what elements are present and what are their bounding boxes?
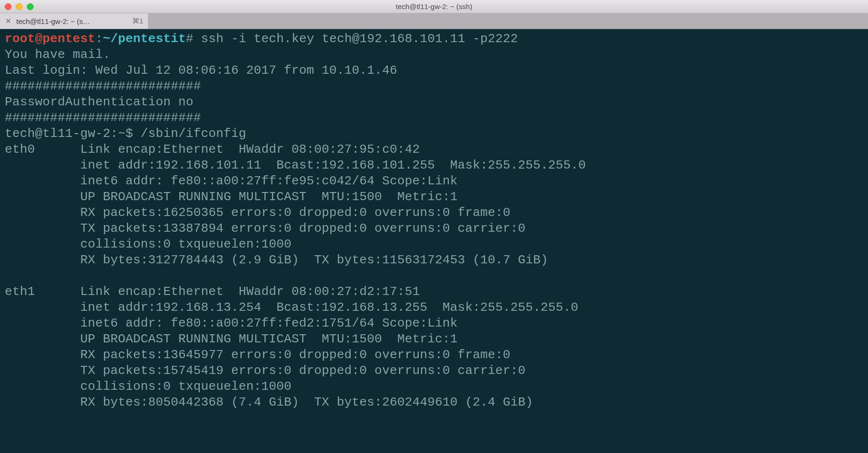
output-line: RX bytes:3127784443 (2.9 GiB) TX bytes:1… <box>5 253 548 267</box>
prompt-user: root@pentest <box>5 32 95 46</box>
prompt-command: ssh -i tech.key tech@192.168.101.11 -p22… <box>194 32 518 46</box>
tab-ssh-session[interactable]: ✕ tech@tl11-gw-2: ~ (s… ⌘1 <box>0 13 148 29</box>
window-title: tech@tl11-gw-2: ~ (ssh) <box>0 2 868 11</box>
output-line: tech@tl11-gw-2:~$ /sbin/ifconfig <box>5 126 246 141</box>
output-line: eth1 Link encap:Ethernet HWaddr 08:00:27… <box>5 284 420 299</box>
output-line: Last login: Wed Jul 12 08:06:16 2017 fro… <box>5 63 397 78</box>
output-line: UP BROADCAST RUNNING MULTICAST MTU:1500 … <box>5 190 457 204</box>
close-tab-icon[interactable]: ✕ <box>5 17 11 25</box>
output-line: PasswordAuthentication no <box>5 95 194 109</box>
prompt-sep: : <box>95 32 103 46</box>
output-line: inet addr:192.168.13.254 Bcast:192.168.1… <box>5 300 578 315</box>
output-line: inet6 addr: fe80::a00:27ff:fe95:c042/64 … <box>5 174 457 188</box>
prompt-path: ~/pentestit <box>103 32 186 46</box>
output-line: collisions:0 txqueuelen:1000 <box>5 379 292 394</box>
tab-label: tech@tl11-gw-2: ~ (s… <box>16 17 90 25</box>
output-line: RX packets:16250365 errors:0 dropped:0 o… <box>5 205 510 220</box>
output-line: RX packets:13645977 errors:0 dropped:0 o… <box>5 348 510 362</box>
output-line: collisions:0 txqueuelen:1000 <box>5 237 292 251</box>
output-line: TX packets:15745419 errors:0 dropped:0 o… <box>5 363 525 378</box>
output-line: UP BROADCAST RUNNING MULTICAST MTU:1500 … <box>5 332 457 346</box>
output-line: inet6 addr: fe80::a00:27ff:fed2:1751/64 … <box>5 316 457 330</box>
output-line: RX bytes:8050442368 (7.4 GiB) TX bytes:2… <box>5 395 533 409</box>
output-line: eth0 Link encap:Ethernet HWaddr 08:00:27… <box>5 142 420 157</box>
tab-shortcut: ⌘1 <box>132 17 143 25</box>
tabbar: ✕ tech@tl11-gw-2: ~ (s… ⌘1 <box>0 13 868 29</box>
terminal-window: tech@tl11-gw-2: ~ (ssh) ✕ tech@tl11-gw-2… <box>0 0 868 453</box>
prompt-hash: # <box>186 32 194 46</box>
output-line: You have mail. <box>5 47 111 62</box>
output-line: inet addr:192.168.101.11 Bcast:192.168.1… <box>5 158 586 172</box>
output-line: ########################## <box>5 79 201 93</box>
titlebar[interactable]: tech@tl11-gw-2: ~ (ssh) <box>0 0 868 13</box>
output-line: TX packets:13387894 errors:0 dropped:0 o… <box>5 221 525 236</box>
terminal-viewport[interactable]: root@pentest:~/pentestit# ssh -i tech.ke… <box>0 29 868 453</box>
output-line: ########################## <box>5 111 201 125</box>
